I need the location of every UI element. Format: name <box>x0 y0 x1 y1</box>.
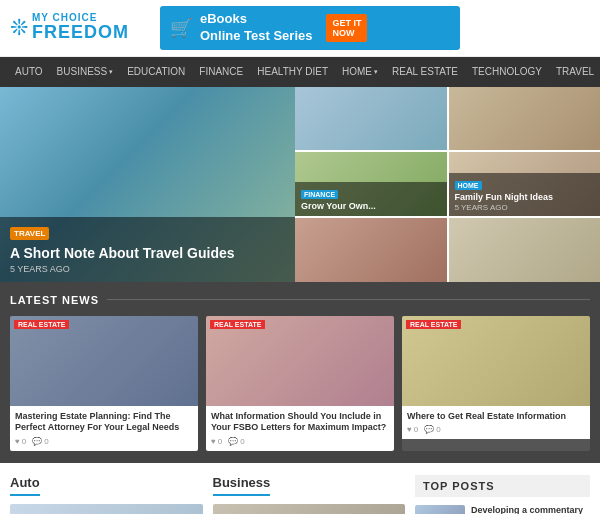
grid-meta-4: 5 YEARS AGO <box>455 203 595 212</box>
banner-btn[interactable]: GET ITNOW <box>326 14 367 42</box>
news-card-body-2: What Information Should You Include in Y… <box>206 406 394 451</box>
business-col: Business Mastering Options: Top Services… <box>213 475 406 514</box>
grid-item-3[interactable]: FINANCE Grow Your Own... <box>295 152 447 216</box>
news-card-img-2: REAL ESTATE <box>206 316 394 406</box>
bottom-section: Auto Reasons One Should Hire a Vail Shut… <box>0 463 600 514</box>
top-post-img-placeholder-1 <box>415 505 465 514</box>
auto-article-img <box>10 504 203 514</box>
auto-col: Auto Reasons One Should Hire a Vail Shut… <box>10 475 203 514</box>
news-card-img-1: REAL ESTATE <box>10 316 198 406</box>
top-posts-title: TOP POSTS <box>415 475 590 497</box>
grid-image-5 <box>295 218 447 282</box>
news-likes-3: ♥ 0 <box>407 425 418 434</box>
grid-title-3: Grow Your Own... <box>301 201 441 212</box>
nav-item-technology[interactable]: TECHNOLOGY <box>465 58 549 85</box>
grid-item-4[interactable]: HOME Family Fun Night Ideas 5 YEARS AGO <box>449 152 601 216</box>
news-card-3[interactable]: REAL ESTATE Where to Get Real Estate Inf… <box>402 316 590 451</box>
latest-news-title: LATEST NEWS <box>10 294 99 306</box>
latest-news-header: LATEST NEWS <box>10 294 590 306</box>
auto-title: Auto <box>10 475 40 496</box>
nav-item-education[interactable]: EDUCATION <box>120 58 192 85</box>
news-card-body-3: Where to Get Real Estate Information ♥ 0… <box>402 406 590 440</box>
grid-tag-4: HOME <box>455 181 482 190</box>
news-tag-2: REAL ESTATE <box>210 320 265 329</box>
news-comments-1: 💬 0 <box>32 437 48 446</box>
grid-tag-3: FINANCE <box>301 190 338 199</box>
top-post-text-1: Developing a commentary style in sports … <box>471 505 590 514</box>
news-card-1[interactable]: REAL ESTATE Mastering Estate Planning: F… <box>10 316 198 451</box>
grid-item-2[interactable] <box>449 87 601 151</box>
news-tag-1: REAL ESTATE <box>14 320 69 329</box>
banner-line2: Online Test Series <box>200 28 312 45</box>
grid-item-1[interactable] <box>295 87 447 151</box>
grid-label-4: HOME Family Fun Night Ideas 5 YEARS AGO <box>449 173 601 216</box>
banner-ad[interactable]: 🛒 eBooks Online Test Series GET ITNOW <box>160 6 460 50</box>
auto-article[interactable]: Reasons One Should Hire a Vail Shutter <box>10 504 203 514</box>
news-img-2 <box>206 316 394 406</box>
grid-image-2 <box>449 87 601 151</box>
grid-image-6 <box>449 218 601 282</box>
hero-meta: 5 YEARS AGO <box>10 264 285 274</box>
latest-news-section: LATEST NEWS REAL ESTATE Mastering Estate… <box>0 282 600 463</box>
top-post-title-1: Developing a commentary style in sports … <box>471 505 590 514</box>
news-card-body-1: Mastering Estate Planning: Find The Perf… <box>10 406 198 451</box>
top-post-item-1[interactable]: Developing a commentary style in sports … <box>415 505 590 514</box>
news-title-2: What Information Should You Include in Y… <box>211 411 389 434</box>
nav-item-auto[interactable]: AUTO <box>8 58 50 85</box>
cart-icon: 🛒 <box>170 17 192 39</box>
news-tag-3: REAL ESTATE <box>406 320 461 329</box>
news-title-3: Where to Get Real Estate Information <box>407 411 585 423</box>
chevron-down-icon: ▾ <box>109 68 113 76</box>
grid-item-6[interactable] <box>449 218 601 282</box>
news-comments-3: 💬 0 <box>424 425 440 434</box>
news-meta-3: ♥ 0 💬 0 <box>407 425 585 434</box>
logo-text-area: MY CHOICE FREEDOM <box>32 12 129 43</box>
banner-ad-text: eBooks Online Test Series <box>200 11 312 45</box>
news-meta-2: ♥ 0 💬 0 <box>211 437 389 446</box>
hero-grid: FINANCE Grow Your Own... HOME Family Fun… <box>295 87 600 282</box>
news-title-1: Mastering Estate Planning: Find The Perf… <box>15 411 193 434</box>
nav-item-home[interactable]: HOME ▾ <box>335 58 385 85</box>
hero-title: A Short Note About Travel Guides <box>10 244 285 262</box>
news-likes-1: ♥ 0 <box>15 437 26 446</box>
news-meta-1: ♥ 0 💬 0 <box>15 437 193 446</box>
nav-item-travel[interactable]: TRAVEL <box>549 58 600 85</box>
logo-area[interactable]: ❊ MY CHOICE FREEDOM <box>10 12 150 43</box>
hero-main[interactable]: TRAVEL A Short Note About Travel Guides … <box>0 87 295 282</box>
section-divider <box>107 299 590 300</box>
grid-title-4: Family Fun Night Ideas <box>455 192 595 203</box>
hero-tag: TRAVEL <box>10 227 49 240</box>
news-card-img-3: REAL ESTATE <box>402 316 590 406</box>
news-img-1 <box>10 316 198 406</box>
nav: AUTO BUSINESS ▾ EDUCATION FINANCE HEALTH… <box>0 57 600 87</box>
nav-item-business[interactable]: BUSINESS ▾ <box>50 58 121 85</box>
header: ❊ MY CHOICE FREEDOM 🛒 eBooks Online Test… <box>0 0 600 57</box>
top-posts: TOP POSTS Developing a commentary style … <box>415 475 590 514</box>
hero-section: TRAVEL A Short Note About Travel Guides … <box>0 87 600 282</box>
news-card-2[interactable]: REAL ESTATE What Information Should You … <box>206 316 394 451</box>
hero-label: TRAVEL A Short Note About Travel Guides … <box>0 217 295 282</box>
news-grid: REAL ESTATE Mastering Estate Planning: F… <box>10 316 590 451</box>
auto-article-img-placeholder <box>10 504 203 514</box>
chevron-down-icon-home: ▾ <box>374 68 378 76</box>
logo-icon: ❊ <box>10 15 28 41</box>
grid-image-1 <box>295 87 447 151</box>
business-article[interactable]: Mastering Options: Top Services for <box>213 504 406 514</box>
news-comments-2: 💬 0 <box>228 437 244 446</box>
business-article-img <box>213 504 406 514</box>
banner-line1: eBooks <box>200 11 312 28</box>
grid-item-5[interactable] <box>295 218 447 282</box>
grid-label-3: FINANCE Grow Your Own... <box>295 182 447 216</box>
news-img-3 <box>402 316 590 406</box>
news-likes-2: ♥ 0 <box>211 437 222 446</box>
nav-item-healthy-diet[interactable]: HEALTHY DIET <box>250 58 335 85</box>
nav-item-real-estate[interactable]: REAL ESTATE <box>385 58 465 85</box>
top-post-img-1 <box>415 505 465 514</box>
page-wrapper: ❊ MY CHOICE FREEDOM 🛒 eBooks Online Test… <box>0 0 600 514</box>
business-article-img-placeholder <box>213 504 406 514</box>
logo-text-bottom: FREEDOM <box>32 23 129 43</box>
business-title: Business <box>213 475 271 496</box>
nav-item-finance[interactable]: FINANCE <box>192 58 250 85</box>
